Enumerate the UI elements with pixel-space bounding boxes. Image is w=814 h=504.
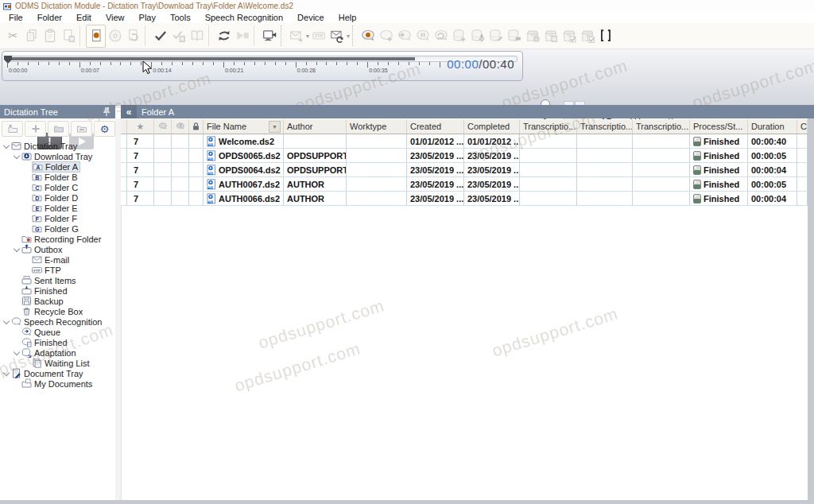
time-ruler[interactable]: 0:00:000:00:070:00:140:00:210:00:280:00:… — [7, 62, 516, 78]
package-copy-check-button[interactable] — [578, 25, 596, 47]
refresh-sync-button[interactable] — [215, 25, 233, 47]
cut-button[interactable]: ✂ — [4, 25, 22, 47]
column-header-transcriptio[interactable]: Transcriptio... — [633, 119, 690, 134]
package-check-button[interactable] — [560, 25, 578, 47]
column-header-transcriptio[interactable]: Transcriptio... — [577, 119, 633, 134]
tree-item-backup[interactable]: Backup — [0, 296, 115, 306]
send-mail-button[interactable] — [287, 25, 305, 47]
paste-button[interactable] — [41, 25, 59, 47]
star-column-header[interactable]: ★ — [127, 119, 154, 134]
monitor-speaker-button[interactable] — [260, 25, 278, 47]
expand-button[interactable] — [25, 121, 46, 137]
sort-dropdown-button[interactable]: ▼ — [269, 121, 281, 133]
tree-item-folder-e[interactable]: EFolder E — [0, 203, 115, 213]
tree-item-recycle-box[interactable]: Recycle Box — [0, 306, 115, 316]
new-folder-button[interactable] — [2, 121, 23, 137]
update-file-button[interactable] — [124, 25, 142, 47]
table-row[interactable]: 7PROAUTH0066.ds2AUTHOR23/05/2019 ...23/0… — [121, 192, 808, 206]
delete-file-button[interactable] — [59, 25, 77, 47]
tree-item-my-documents[interactable]: My Documents — [0, 378, 115, 389]
tree-item-ftp[interactable]: FTPFTP — [0, 265, 115, 275]
database-edit-button[interactable] — [486, 25, 505, 47]
chevron-down-icon[interactable] — [2, 142, 11, 150]
menu-item-tools[interactable]: Tools — [163, 13, 198, 22]
pin-icon[interactable] — [102, 107, 111, 118]
tree-item-queue[interactable]: Queue — [0, 327, 115, 337]
new-dictation-button[interactable] — [86, 25, 106, 48]
chevron-down-icon[interactable] — [2, 369, 11, 378]
menu-item-speech-recognition[interactable]: Speech Recognition — [198, 13, 290, 22]
play-stop-button[interactable] — [233, 25, 251, 47]
menu-item-folder[interactable]: Folder — [30, 13, 69, 22]
voice-comment-button[interactable] — [359, 25, 377, 47]
column-header-process-st[interactable]: Process/St... — [690, 119, 748, 134]
pause-comment-button[interactable] — [413, 25, 432, 47]
row-indicator-header[interactable] — [121, 119, 127, 134]
forward-comment-button[interactable] — [395, 25, 413, 47]
tree-item-outbox[interactable]: Outbox — [0, 244, 115, 254]
folder-button[interactable] — [48, 121, 69, 137]
table-row[interactable]: 7PROWelcome.ds201/01/2012 ...01/01/2012 … — [121, 134, 808, 149]
table-row[interactable]: 7PROOPDS0065.ds2OPDSUPPORT23/05/2019 ...… — [121, 149, 808, 163]
column-header-c[interactable]: C — [797, 119, 808, 134]
tree-item-folder-g[interactable]: GFolder G — [0, 223, 115, 234]
tree-item-document-tray[interactable]: Document Tray — [0, 368, 115, 378]
table-row[interactable]: 7PROOPDS0064.ds2OPDSUPPORT23/05/2019 ...… — [121, 163, 808, 177]
menu-item-play[interactable]: Play — [132, 13, 163, 22]
tree-properties-button[interactable]: ⚙ — [94, 121, 115, 137]
ftp-button[interactable]: FTP — [309, 25, 328, 47]
column-header-file-name[interactable]: File Name▼ — [204, 119, 284, 134]
tree-item-adaptation[interactable]: Adaptation — [0, 347, 115, 358]
verify-check-button[interactable] — [151, 25, 169, 47]
chevron-down-icon[interactable] — [13, 245, 21, 254]
column-header-completed[interactable]: Completed — [464, 119, 520, 134]
copy-button[interactable] — [22, 25, 41, 47]
column-header-duration[interactable]: Duration — [748, 119, 797, 134]
tree-item-download-tray[interactable]: Download Tray — [0, 151, 115, 161]
tree-item-folder-b[interactable]: BFolder B — [0, 172, 115, 182]
tree-item-folder-c[interactable]: CFolder C — [0, 182, 115, 192]
database-add-button[interactable] — [450, 25, 468, 47]
tree-item-finished[interactable]: Finished — [0, 337, 115, 347]
column-header-created[interactable]: Created — [407, 119, 464, 134]
tree-item-e-mail[interactable]: E-mail — [0, 254, 115, 265]
table-row[interactable]: 7PROAUTH0067.ds2AUTHOR23/05/2019 ...23/0… — [121, 177, 808, 192]
verify-delete-button[interactable] — [169, 25, 188, 47]
tree-item-sent-items[interactable]: Sent Items — [0, 275, 115, 285]
collapse-button[interactable] — [71, 121, 92, 137]
instruction-column-header[interactable]: ! — [172, 119, 189, 134]
position-slider-track[interactable] — [7, 56, 517, 62]
redo-comment-button[interactable] — [432, 25, 450, 47]
collapse-icon[interactable]: « — [121, 105, 137, 118]
tree-item-dictation-tray[interactable]: Dictation Tray — [0, 141, 115, 151]
menu-item-help[interactable]: Help — [331, 13, 364, 22]
dropdown-caret-icon[interactable]: ▾ — [347, 33, 350, 40]
menu-item-edit[interactable]: Edit — [69, 13, 99, 22]
column-header-author[interactable]: Author — [284, 119, 347, 134]
tree-item-recording-folder[interactable]: Recording Folder — [0, 234, 115, 244]
chevron-down-icon[interactable] — [13, 152, 21, 161]
menu-item-device[interactable]: Device — [290, 13, 331, 22]
comment-column-header[interactable] — [154, 119, 172, 134]
tree-item-finished[interactable]: Finished — [0, 285, 115, 296]
package-lock-button[interactable] — [523, 25, 541, 47]
chevron-down-icon[interactable] — [13, 348, 21, 357]
tree-item-folder-a[interactable]: AFolder A — [0, 161, 115, 172]
menu-item-view[interactable]: View — [99, 13, 132, 22]
tree-item-speech-recognition[interactable]: Speech Recognition — [0, 316, 115, 327]
lock-column-header[interactable] — [189, 119, 204, 134]
burn-disc-button[interactable] — [106, 25, 124, 47]
brackets-button[interactable] — [596, 25, 614, 47]
tree-item-waiting-list[interactable]: Waiting List — [0, 358, 115, 368]
send-receive-button[interactable] — [328, 25, 346, 47]
database-record-button[interactable] — [468, 25, 486, 47]
column-header-transcriptio[interactable]: Transcriptio... — [520, 119, 577, 134]
tree-item-folder-f[interactable]: FFolder F — [0, 213, 115, 223]
chevron-down-icon[interactable] — [2, 317, 11, 326]
notebook-button[interactable] — [188, 25, 206, 47]
menu-item-file[interactable]: File — [2, 13, 30, 22]
add-comment-button[interactable] — [377, 25, 395, 47]
package-delete-button[interactable] — [541, 25, 560, 47]
database-comment-button[interactable] — [505, 25, 523, 47]
column-header-worktype[interactable]: Worktype — [347, 119, 407, 134]
